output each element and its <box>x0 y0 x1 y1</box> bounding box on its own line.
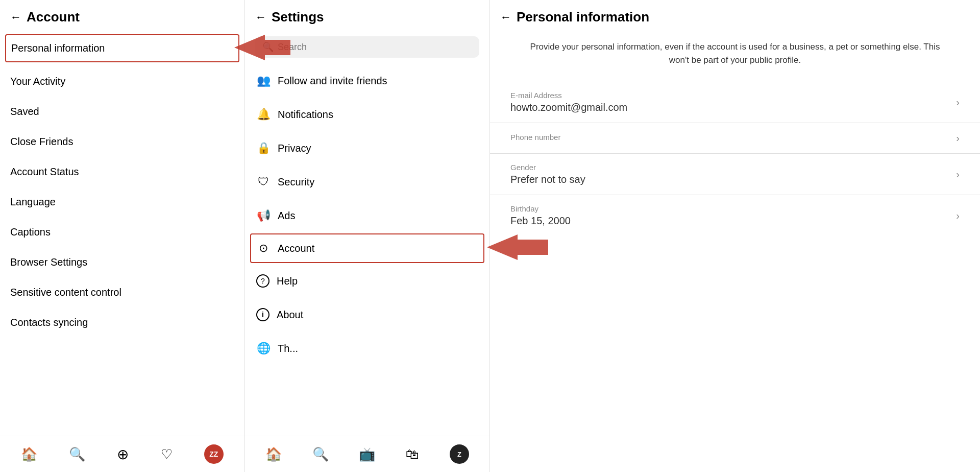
svg-marker-2 <box>487 234 548 260</box>
settings-item-themes[interactable]: 🌐 Th... <box>245 332 489 365</box>
sidebar-item-saved[interactable]: Saved <box>0 97 244 127</box>
settings-header: ← Settings <box>245 0 489 30</box>
sidebar-item-contacts-syncing[interactable]: Contacts syncing <box>0 308 244 338</box>
nav-likes-icon[interactable]: ♡ <box>161 446 173 462</box>
about-label: About <box>277 309 303 321</box>
account-icon: ⊙ <box>256 242 271 255</box>
security-icon: 🛡 <box>256 175 271 188</box>
nav2-profile-avatar[interactable]: Z <box>450 444 469 464</box>
nav2-reels-icon[interactable]: 📺 <box>359 446 375 462</box>
account-header: ← Account <box>0 0 244 30</box>
nav-create-icon[interactable]: ⊕ <box>117 446 129 463</box>
phone-label: Phone number <box>510 133 560 141</box>
nav2-home-icon[interactable]: 🏠 <box>265 446 282 462</box>
personal-info-header: ← Personal information <box>490 0 980 30</box>
phone-row[interactable]: Phone number › <box>490 123 980 154</box>
gender-row[interactable]: Gender Prefer not to say › <box>490 154 980 195</box>
ads-label: Ads <box>278 210 295 222</box>
birthday-label: Birthday <box>510 204 571 213</box>
gender-label: Gender <box>510 163 585 172</box>
settings-item-follow[interactable]: 👥 Follow and invite friends <box>245 64 489 98</box>
email-row[interactable]: E-mail Address howto.zoomit@gmail.com › <box>490 82 980 123</box>
panel-account: ← Account Personal information Your Acti… <box>0 0 245 472</box>
arrow-annotation-2 <box>487 234 548 262</box>
settings-item-privacy[interactable]: 🔒 Privacy <box>245 131 489 165</box>
security-label: Security <box>278 176 314 188</box>
birthday-row[interactable]: Birthday Feb 15, 2000 › <box>490 195 980 236</box>
arrow-annotation-1 <box>234 35 290 62</box>
sidebar-item-language[interactable]: Language <box>0 187 244 217</box>
nav2-shop-icon[interactable]: 🛍 <box>406 446 419 462</box>
email-chevron-icon: › <box>956 97 960 108</box>
personal-info-description: Provide your personal information, even … <box>490 30 980 82</box>
help-icon: ? <box>256 274 270 288</box>
sidebar-item-your-activity[interactable]: Your Activity <box>0 66 244 97</box>
email-field-group: E-mail Address howto.zoomit@gmail.com <box>510 91 627 113</box>
panel-settings: ← Settings 🔍 👥 Follow and invite friends… <box>245 0 490 472</box>
ads-icon: 📢 <box>256 209 271 222</box>
nav-search-icon[interactable]: 🔍 <box>69 446 85 462</box>
sidebar-item-sensitive-content[interactable]: Sensitive content control <box>0 277 244 308</box>
email-label: E-mail Address <box>510 91 627 100</box>
sidebar-item-account-status[interactable]: Account Status <box>0 157 244 187</box>
back-button-account[interactable]: ← <box>10 11 21 24</box>
privacy-icon: 🔒 <box>256 141 271 155</box>
nav-home-icon[interactable]: 🏠 <box>21 446 37 462</box>
phone-field-group: Phone number <box>510 133 560 144</box>
email-value: howto.zoomit@gmail.com <box>510 102 627 113</box>
panel-personal-info: ← Personal information Provide your pers… <box>490 0 980 472</box>
birthday-chevron-icon: › <box>956 210 960 222</box>
themes-icon: 🌐 <box>256 342 271 355</box>
help-label: Help <box>277 275 298 287</box>
personal-info-fields: E-mail Address howto.zoomit@gmail.com › … <box>490 82 980 236</box>
settings-item-account[interactable]: ⊙ Account <box>250 233 484 263</box>
settings-item-security[interactable]: 🛡 Security <box>245 165 489 199</box>
privacy-label: Privacy <box>278 143 311 154</box>
notifications-icon: 🔔 <box>256 108 271 121</box>
settings-item-help[interactable]: ? Help <box>245 264 489 298</box>
search-input[interactable] <box>278 42 472 53</box>
personal-info-title: Personal information <box>517 9 649 25</box>
personal-info-label: Personal information <box>11 42 105 54</box>
notifications-label: Notifications <box>278 109 333 121</box>
phone-chevron-icon: › <box>956 132 960 144</box>
gender-value: Prefer not to say <box>510 174 585 185</box>
follow-label: Follow and invite friends <box>278 75 387 87</box>
themes-label: Th... <box>278 343 298 355</box>
birthday-value: Feb 15, 2000 <box>510 215 571 227</box>
settings-item-about[interactable]: i About <box>245 298 489 332</box>
sidebar-item-browser-settings[interactable]: Browser Settings <box>0 247 244 277</box>
settings-bottom-nav: 🏠 🔍 📺 🛍 Z <box>245 436 489 472</box>
about-icon: i <box>256 308 270 321</box>
birthday-field-group: Birthday Feb 15, 2000 <box>510 204 571 227</box>
personal-info-item[interactable]: Personal information <box>5 34 239 62</box>
nav-profile-avatar[interactable]: ZZ <box>204 444 224 464</box>
settings-item-notifications[interactable]: 🔔 Notifications <box>245 98 489 131</box>
svg-marker-1 <box>234 35 290 60</box>
follow-icon: 👥 <box>256 74 271 87</box>
gender-chevron-icon: › <box>956 169 960 180</box>
account-menu-list: Your Activity Saved Close Friends Accoun… <box>0 66 244 338</box>
account-title: Account <box>27 9 80 25</box>
sidebar-item-captions[interactable]: Captions <box>0 217 244 247</box>
settings-title: Settings <box>272 9 324 25</box>
settings-menu-list: 👥 Follow and invite friends 🔔 Notificati… <box>245 64 489 365</box>
settings-item-ads[interactable]: 📢 Ads <box>245 199 489 232</box>
back-button-personal-info[interactable]: ← <box>500 11 511 24</box>
back-button-settings[interactable]: ← <box>255 11 266 24</box>
gender-field-group: Gender Prefer not to say <box>510 163 585 185</box>
account-label: Account <box>278 243 314 254</box>
nav2-search-icon[interactable]: 🔍 <box>312 446 329 462</box>
sidebar-item-close-friends[interactable]: Close Friends <box>0 127 244 157</box>
account-bottom-nav: 🏠 🔍 ⊕ ♡ ZZ <box>0 436 244 472</box>
